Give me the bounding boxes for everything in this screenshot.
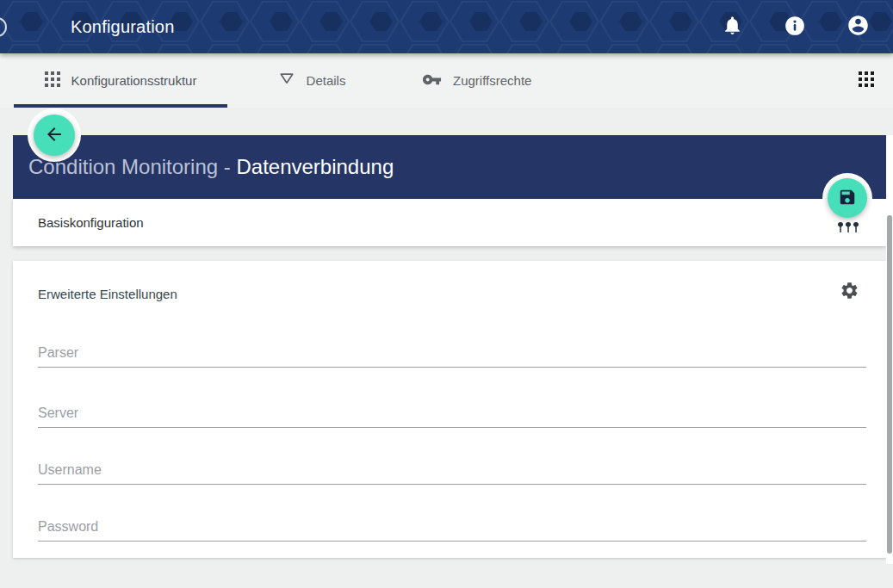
account-icon: [846, 14, 870, 40]
password-input[interactable]: [38, 516, 866, 542]
page-title-main: Datenverbindung: [236, 155, 394, 178]
password-field-wrap: [38, 516, 866, 542]
gear-icon: [840, 290, 859, 303]
username-field-wrap: [38, 459, 866, 485]
page-title: Condition Monitoring - Datenverbindung: [28, 135, 394, 199]
key-icon: [422, 70, 442, 92]
partial-circle-logo-icon: [0, 17, 7, 37]
arrow-left-icon: [44, 124, 65, 147]
app-title: Konfiguration: [71, 0, 174, 53]
tab-zugriffsrechte[interactable]: Zugriffsrechte: [396, 53, 531, 108]
save-button[interactable]: [828, 178, 867, 218]
connector-pins-icon: [837, 223, 859, 236]
username-input[interactable]: [38, 459, 866, 485]
screen: Konfiguration Kon: [0, 0, 893, 588]
app-bar-actions: [721, 0, 869, 53]
info-icon: [784, 15, 806, 40]
settings-button[interactable]: [838, 281, 860, 303]
section-label: Basiskonfiguration: [38, 215, 144, 230]
parser-field-wrap: [38, 342, 866, 368]
scrollbar-thumb[interactable]: [887, 215, 892, 554]
tab-label: Zugriffsrechte: [453, 73, 531, 88]
grid-icon: [859, 71, 874, 90]
server-field-wrap: [38, 402, 866, 428]
card-title: Erweiterte Einstellungen: [38, 287, 177, 301]
grid-view-button[interactable]: [859, 53, 874, 108]
back-button[interactable]: [34, 115, 75, 156]
tab-label: Details: [307, 73, 346, 88]
bell-icon: [722, 15, 743, 39]
parser-input[interactable]: [38, 342, 866, 368]
app-bar: Konfiguration: [0, 0, 893, 53]
server-input[interactable]: [38, 402, 866, 428]
scrollbar-track: [886, 135, 893, 564]
info-button[interactable]: [784, 15, 806, 38]
funnel-icon: [278, 71, 295, 90]
connector-pins-button[interactable]: [836, 222, 860, 235]
tab-konfigurationsstruktur[interactable]: Konfigurationsstruktur: [14, 53, 227, 108]
save-icon: [838, 188, 857, 209]
tab-details[interactable]: Details: [227, 53, 396, 108]
account-button[interactable]: [846, 15, 869, 38]
content-area: Condition Monitoring - Datenverbindung B…: [0, 108, 893, 588]
erweiterte-einstellungen-card: Erweiterte Einstellungen: [13, 261, 886, 558]
page-header-band: Condition Monitoring - Datenverbindung: [13, 135, 886, 199]
grid-icon: [45, 71, 60, 90]
notifications-button[interactable]: [721, 15, 743, 38]
basiskonfiguration-panel: Basiskonfiguration: [13, 199, 886, 246]
tab-bar: Konfigurationsstruktur Details Zugriffsr…: [0, 53, 893, 108]
tab-label: Konfigurationsstruktur: [71, 73, 197, 88]
